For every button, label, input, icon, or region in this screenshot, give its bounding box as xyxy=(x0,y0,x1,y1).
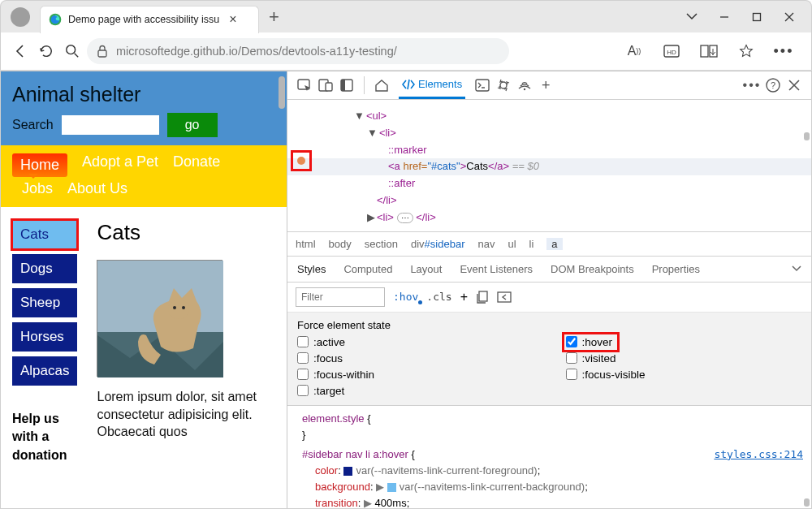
search-label: Search xyxy=(12,118,54,132)
svg-rect-19 xyxy=(326,83,332,91)
close-devtools-icon[interactable] xyxy=(784,75,805,95)
device-icon[interactable] xyxy=(315,75,336,95)
nav-about[interactable]: About Us xyxy=(67,180,127,197)
svg-rect-6 xyxy=(98,50,106,57)
refresh-button[interactable] xyxy=(33,38,59,64)
svg-rect-27 xyxy=(479,291,487,301)
cat-image xyxy=(97,260,222,377)
svg-text:?: ? xyxy=(771,80,775,90)
read-aloud-icon[interactable]: A)) xyxy=(621,38,647,64)
console-tab[interactable] xyxy=(472,75,493,95)
tab-dom-bp[interactable]: DOM Breakpoints xyxy=(551,263,634,275)
svg-point-15 xyxy=(173,306,176,309)
computed-icon[interactable] xyxy=(497,291,512,303)
window-titlebar: Demo page with accessibility issu × + xyxy=(0,0,812,32)
search-input[interactable] xyxy=(62,115,159,135)
welcome-tab[interactable] xyxy=(371,75,392,95)
inspect-icon[interactable] xyxy=(294,75,315,95)
nav-adopt[interactable]: Adopt a Pet xyxy=(82,153,158,177)
svg-line-5 xyxy=(75,54,79,58)
state-hover[interactable]: :hover xyxy=(564,334,618,350)
dom-tree[interactable]: ▼<ul> ▼<li> ::marker <a href="#cats">Cat… xyxy=(287,100,811,231)
source-link[interactable]: styles.css:214 xyxy=(714,446,803,463)
scrollbar[interactable] xyxy=(804,132,810,140)
state-visited[interactable]: :visited xyxy=(566,352,802,364)
scrollbar[interactable] xyxy=(279,76,285,109)
svg-point-24 xyxy=(524,88,525,90)
url-text: microsoftedge.github.io/Demos/devtools-a… xyxy=(116,45,397,58)
url-field[interactable]: microsoftedge.github.io/Demos/devtools-a… xyxy=(87,38,509,64)
close-window-icon[interactable] xyxy=(784,11,795,23)
force-state-panel: Force element state :active :hover :focu… xyxy=(287,313,811,406)
svg-text:HD: HD xyxy=(667,49,676,56)
sidebar-item-cats[interactable]: Cats xyxy=(12,220,77,249)
nav-home[interactable]: Home xyxy=(12,153,67,177)
tab-computed[interactable]: Computed xyxy=(343,263,392,275)
chevron-down-icon[interactable] xyxy=(686,11,698,23)
svg-point-16 xyxy=(182,306,185,309)
tab-title: Demo page with accessibility issu xyxy=(68,14,219,25)
donation-text: Help us with a donation xyxy=(12,410,77,464)
svg-rect-21 xyxy=(341,80,345,91)
profile-avatar[interactable] xyxy=(11,7,30,27)
hov-toggle[interactable]: :hov xyxy=(393,291,418,303)
svg-point-4 xyxy=(67,45,76,54)
sources-tab[interactable] xyxy=(493,75,514,95)
sidebar: Cats Dogs Sheep Horses Alpacas Help us w… xyxy=(12,220,77,464)
back-button[interactable] xyxy=(7,38,33,64)
filter-input[interactable] xyxy=(296,287,385,307)
chevron-down-icon[interactable] xyxy=(792,265,801,272)
reader-icon[interactable] xyxy=(696,38,722,64)
edge-icon xyxy=(49,13,62,26)
breadcrumb[interactable]: html body section div#sidebar nav ul li … xyxy=(287,231,811,257)
sidebar-item-dogs[interactable]: Dogs xyxy=(12,254,77,283)
state-focus-visible[interactable]: :focus-visible xyxy=(566,369,802,381)
tab-styles[interactable]: Styles xyxy=(297,263,326,275)
force-state-title: Force element state xyxy=(297,319,801,331)
minimize-icon[interactable] xyxy=(719,11,730,23)
svg-rect-9 xyxy=(701,45,708,57)
devtools-more-icon[interactable]: ••• xyxy=(741,75,762,95)
browser-tab[interactable]: Demo page with accessibility issu × xyxy=(40,6,259,33)
devtools-tabbar: Elements + ••• ? xyxy=(287,71,811,100)
dock-icon[interactable] xyxy=(336,75,357,95)
content-text: Lorem ipsum dolor, sit amet consectetur … xyxy=(97,388,279,441)
tab-layout[interactable]: Layout xyxy=(410,263,442,275)
hd-icon[interactable]: HD xyxy=(659,38,685,64)
svg-rect-3 xyxy=(754,13,761,20)
state-focus-within[interactable]: :focus-within xyxy=(297,369,533,381)
more-tabs-icon[interactable]: + xyxy=(535,75,556,95)
main-nav: Home Adopt a Pet Donate Jobs About Us xyxy=(1,145,287,207)
more-icon[interactable]: ••• xyxy=(771,38,797,64)
sidebar-item-sheep[interactable]: Sheep xyxy=(12,288,77,317)
search-icon[interactable] xyxy=(59,38,85,64)
svg-point-14 xyxy=(168,300,189,319)
tab-properties[interactable]: Properties xyxy=(652,263,700,275)
address-bar: microsoftedge.github.io/Demos/devtools-a… xyxy=(0,32,812,70)
sidebar-item-alpacas[interactable]: Alpacas xyxy=(12,356,77,386)
page-title: Animal shelter xyxy=(12,83,275,106)
favorite-icon[interactable] xyxy=(733,38,759,64)
scrollbar[interactable] xyxy=(804,498,810,507)
state-active[interactable]: :active xyxy=(297,336,533,348)
tab-listeners[interactable]: Event Listeners xyxy=(460,263,533,275)
sidebar-item-horses[interactable]: Horses xyxy=(12,322,77,352)
svg-rect-22 xyxy=(476,80,489,91)
svg-rect-28 xyxy=(498,292,511,302)
cls-toggle[interactable]: .cls xyxy=(426,291,451,303)
new-rule-icon[interactable]: + xyxy=(460,290,468,304)
go-button[interactable]: go xyxy=(167,113,218,137)
new-tab-button[interactable]: + xyxy=(269,6,279,28)
svg-point-23 xyxy=(500,82,507,88)
css-rules[interactable]: element.style { } #sidebar nav li a:hove… xyxy=(287,406,811,509)
tab-elements[interactable]: Elements xyxy=(399,71,465,99)
close-icon[interactable]: × xyxy=(229,12,236,27)
network-tab[interactable] xyxy=(514,75,535,95)
help-icon[interactable]: ? xyxy=(762,75,784,95)
state-target[interactable]: :target xyxy=(297,385,533,397)
state-focus[interactable]: :focus xyxy=(297,352,533,364)
styles-toolbar: :hov .cls + xyxy=(287,283,811,313)
nav-donate[interactable]: Donate xyxy=(173,153,220,177)
maximize-icon[interactable] xyxy=(751,11,762,23)
copy-icon[interactable] xyxy=(476,291,489,304)
